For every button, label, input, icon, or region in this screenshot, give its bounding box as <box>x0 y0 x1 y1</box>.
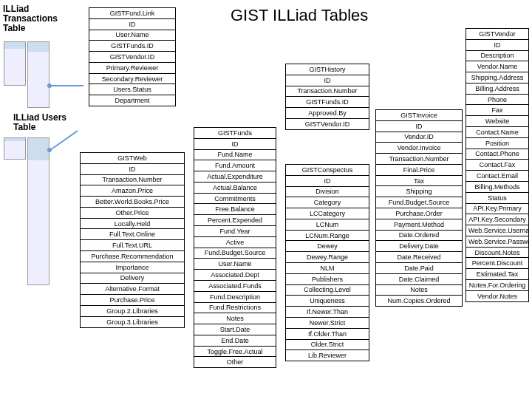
table-row: API.Key.Primary <box>466 204 528 215</box>
table-row: Fund.Description <box>194 292 276 303</box>
table-row: Secondary.Reviewer <box>89 74 175 85</box>
page-title: GIST ILLiad Tables <box>231 6 368 25</box>
table-gisthistory: GISTHistoryIDTransaction.NumberGISTFunds… <box>285 64 369 130</box>
table-row: ID <box>194 139 276 150</box>
table-row: Group.3.Libraries <box>81 317 184 327</box>
table-row: Active <box>194 237 276 248</box>
table-row: Description <box>466 51 528 62</box>
table-row: ID <box>286 75 369 86</box>
table-row: Date.Ordered <box>376 231 462 242</box>
table-row: Notes.For.Ordering <box>466 280 528 291</box>
table-row: If.Older.Than <box>286 329 369 340</box>
table-row: Newer.Strict <box>286 318 369 329</box>
table-row: Start.Date <box>194 324 276 335</box>
connector-line <box>50 85 83 86</box>
table-row: Purchase.Recommendation <box>81 251 184 262</box>
preview-users-b <box>27 137 50 285</box>
table-row: Lib.Reviewer <box>286 350 369 361</box>
table-row: Fund.Year <box>194 226 276 237</box>
table-row: NLM <box>286 263 369 274</box>
table-gistinvoice: GISTInvoiceIDVendor.IDVendor.InvoiceTran… <box>375 109 463 307</box>
table-row: Vendor.Name <box>466 61 528 72</box>
table-gistfunds: GISTFundsIDFund.NameFund.AmountActual.Ex… <box>194 127 276 368</box>
table-row: Web.Service.Password <box>466 236 528 248</box>
table-row: Date.Received <box>376 252 462 263</box>
table-row: Division <box>286 187 369 198</box>
table-row: GISTVendor.ID <box>89 52 175 63</box>
table-row: Publishers <box>286 274 369 285</box>
table-row: Delivery <box>81 273 184 284</box>
table-row: Department <box>89 95 175 106</box>
table-row: ID <box>286 176 369 187</box>
table-gistweb: GISTWebIDTransaction.NumberAmazon.PriceB… <box>80 152 185 328</box>
table-row: Fund.Name <box>194 150 276 161</box>
table-row: GISTVendor.ID <box>286 119 369 129</box>
table-row: Older.Strict <box>286 340 369 351</box>
table-row: User.Name <box>89 30 175 41</box>
table-row: Date.Paid <box>376 263 462 274</box>
table-row: Transaction.Number <box>81 175 184 186</box>
table-row: GISTVendor <box>466 29 528 40</box>
table-row: Website <box>466 116 528 127</box>
table-row: GISTHistory <box>286 64 369 75</box>
heading-transactions: ILLiad Transactions Table <box>3 4 62 34</box>
table-row: Alternative.Format <box>81 284 184 295</box>
table-row: API.Key.Secondary <box>466 214 528 225</box>
table-row: Contact.Phone <box>466 149 528 160</box>
table-row: Fund.Budget.Source <box>194 248 276 259</box>
table-row: User.Name <box>194 259 276 270</box>
table-row: Estimated.Tax <box>466 269 528 280</box>
table-row: LCNum.Range <box>286 231 369 242</box>
table-row: Status <box>466 193 528 204</box>
table-row: Other <box>194 357 276 367</box>
preview-transactions-a <box>4 41 26 86</box>
table-row: Dewey <box>286 241 369 252</box>
table-row: GISTFunds.ID <box>286 97 369 108</box>
table-row: Primary.Reviewer <box>89 63 175 74</box>
table-row: Delivery.Date <box>376 241 462 252</box>
table-row: Payment.Method <box>376 219 462 231</box>
table-row: Purchase.Order <box>376 208 462 219</box>
table-row: Billing.Address <box>466 83 528 95</box>
table-row: GISTInvoice <box>376 110 462 121</box>
table-row: Group.2.Libraries <box>81 306 184 317</box>
table-row: GISTFund.Link <box>89 8 175 19</box>
table-row: Approved.By <box>286 108 369 119</box>
table-row: Importance <box>81 262 184 273</box>
heading-users: ILLiad Users Table <box>13 113 72 132</box>
table-row: Free.Balance <box>194 204 276 215</box>
table-row: Actual.Balance <box>194 183 276 194</box>
table-row: Shipping.Address <box>466 72 528 83</box>
table-gistconspectus: GISTConspectusIDDivisionCategoryLCCatego… <box>285 164 369 361</box>
table-row: Billing.Methods <box>466 182 528 193</box>
table-row: GISTFunds <box>194 128 276 139</box>
table-row: ID <box>89 19 175 30</box>
table-row: Transaction.Number <box>376 154 462 165</box>
table-row: Tax <box>376 176 462 187</box>
table-gistfundlink: GISTFund.LinkIDUser.NameGISTFunds.IDGIST… <box>89 7 176 106</box>
table-row: Associated.Dept <box>194 270 276 281</box>
table-row: Position <box>466 138 528 149</box>
table-row: Users.Status <box>89 84 175 95</box>
table-row: Percent.Discount <box>466 258 528 269</box>
table-row: Purchase.Price <box>81 295 184 306</box>
table-row: Num.Copies.Ordered <box>376 296 462 306</box>
table-row: Other.Price <box>81 208 184 219</box>
table-row: Transaction.Number <box>286 86 369 98</box>
table-row: Web.Service.Username <box>466 225 528 236</box>
table-row: Commitments <box>194 194 276 205</box>
table-row: GISTFunds.ID <box>89 41 175 52</box>
table-row: GISTConspectus <box>286 165 369 176</box>
table-row: Contact.Fax <box>466 160 528 171</box>
table-row: Final.Price <box>376 165 462 176</box>
table-row: Notes <box>194 313 276 324</box>
table-row: Date.Claimed <box>376 274 462 285</box>
table-row: If.Newer.Than <box>286 307 369 318</box>
table-row: Shipping <box>376 186 462 197</box>
table-row: Dewey.Range <box>286 252 369 263</box>
preview-users-a <box>4 137 26 160</box>
table-row: Contact.Email <box>466 171 528 182</box>
table-row: ID <box>81 164 184 175</box>
table-row: Locally.Held <box>81 219 184 230</box>
table-row: Category <box>286 197 369 208</box>
